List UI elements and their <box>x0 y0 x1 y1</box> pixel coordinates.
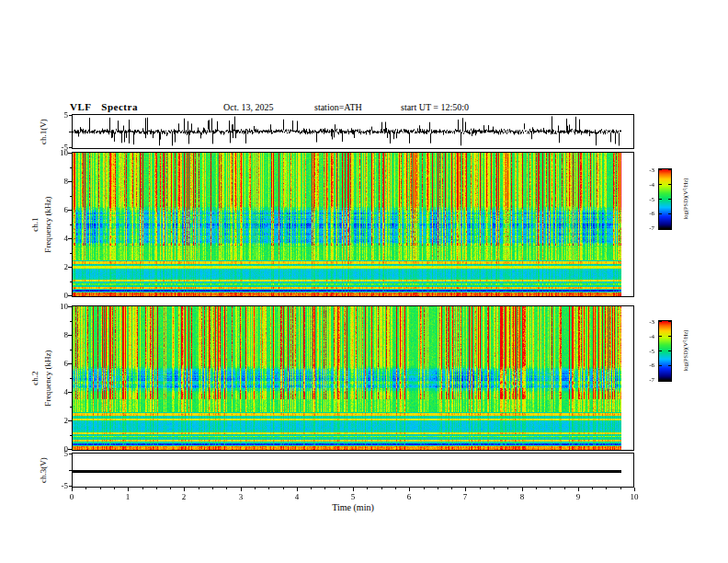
x-tick <box>465 488 466 491</box>
x-minor-tick <box>367 488 368 489</box>
y-tick <box>68 267 72 268</box>
colorbar-ch1 <box>658 168 672 230</box>
y-tick <box>68 181 72 182</box>
colorbar-tick-label: -6 <box>632 361 654 370</box>
colorbar-ch2 <box>658 320 672 382</box>
y-tick <box>68 295 72 296</box>
y-tick <box>68 449 72 450</box>
ch2-channel-label: ch.2 <box>30 364 40 392</box>
x-minor-tick <box>339 488 340 489</box>
ch2-spectrogram-plot <box>72 305 634 451</box>
x-minor-tick <box>395 488 396 489</box>
y-tick-label: 2 <box>48 416 68 425</box>
y-tick <box>70 407 72 408</box>
colorbar-ch1-label: log(PSD)(V²/Hz) <box>682 169 689 228</box>
x-tick <box>184 488 185 491</box>
x-tick-label: 3 <box>232 492 250 501</box>
y-tick-label: 6 <box>48 359 68 368</box>
x-tick <box>634 488 635 491</box>
x-minor-tick <box>507 488 508 489</box>
y-tick <box>69 454 72 454</box>
x-minor-tick <box>438 488 438 489</box>
y-tick <box>68 420 72 421</box>
y-tick-label: -5 <box>48 481 68 490</box>
y-tick-label: 0 <box>48 291 68 300</box>
vlf-spectra-figure: VLF Spectra Oct. 13, 2025 station=ATH st… <box>0 0 728 563</box>
y-tick <box>69 132 72 132</box>
figure-title: VLF Spectra <box>70 101 138 112</box>
x-minor-tick <box>564 488 565 489</box>
y-tick-label: 6 <box>48 205 68 214</box>
x-minor-tick <box>100 488 101 489</box>
y-tick <box>70 321 72 322</box>
y-tick-label: 8 <box>48 330 68 339</box>
x-tick-label: 5 <box>344 492 362 501</box>
colorbar-tick-label: -5 <box>632 195 654 204</box>
x-tick-label: 6 <box>400 492 418 501</box>
ch3-voltage-axis-label: ch.3(V) <box>39 452 48 488</box>
x-minor-tick <box>212 488 213 489</box>
x-minor-tick <box>311 488 312 489</box>
y-tick-label: 5 <box>48 449 68 458</box>
ch3-waveform-plot <box>72 453 634 488</box>
y-tick <box>68 210 72 211</box>
x-minor-tick <box>451 488 452 489</box>
x-tick-label: 2 <box>175 492 193 501</box>
x-tick-label: 4 <box>288 492 306 501</box>
y-tick <box>70 196 72 197</box>
colorbar-tick-label: -6 <box>632 209 654 218</box>
y-tick <box>68 335 72 336</box>
colorbar-tick-label: -3 <box>632 317 654 327</box>
x-tick-label: 1 <box>119 492 137 501</box>
y-tick <box>70 350 72 350</box>
colorbar-ch2-label: log(PSD)(V²/Hz) <box>682 321 689 380</box>
y-tick-label: -5 <box>48 143 68 152</box>
x-minor-tick <box>114 488 115 489</box>
x-minor-tick <box>536 488 537 489</box>
y-tick <box>70 167 72 168</box>
x-tick-label: 0 <box>63 492 81 501</box>
ch1-channel-label: ch.1 <box>30 211 40 238</box>
colorbar-tick-label: -4 <box>632 332 654 341</box>
x-tick-label: 10 <box>625 492 643 501</box>
colorbar-tick-label: -7 <box>632 375 654 385</box>
ch2-frequency-axis-label: Frequency (kHz) <box>43 337 52 419</box>
y-tick <box>68 392 72 393</box>
ch1-frequency-axis-label: Frequency (kHz) <box>43 183 52 266</box>
x-minor-tick <box>156 488 157 489</box>
colorbar-tick-label: -7 <box>632 224 654 233</box>
start-ut-label: start UT = 12:50:0 <box>401 102 469 112</box>
y-tick <box>68 238 72 239</box>
x-minor-tick <box>142 488 143 489</box>
x-minor-tick <box>550 488 551 489</box>
colorbar-tick-label: -3 <box>632 166 654 175</box>
x-tick-label: 8 <box>513 492 531 501</box>
x-tick <box>72 488 73 491</box>
y-tick <box>69 147 72 148</box>
colorbar-tick-label: -5 <box>632 347 654 356</box>
x-minor-tick <box>199 488 199 489</box>
x-tick <box>578 488 579 491</box>
x-minor-tick <box>424 488 425 489</box>
ch1-waveform-plot <box>72 114 634 149</box>
y-tick <box>68 363 72 364</box>
x-tick <box>522 488 523 491</box>
x-minor-tick <box>255 488 256 489</box>
x-minor-tick <box>606 488 607 489</box>
y-tick <box>69 115 72 116</box>
y-tick <box>70 378 72 379</box>
y-tick <box>69 470 72 471</box>
x-minor-tick <box>494 488 495 489</box>
x-minor-tick <box>170 488 171 489</box>
y-tick-label: 2 <box>48 262 68 271</box>
x-minor-tick <box>381 488 382 489</box>
x-minor-tick <box>480 488 481 489</box>
y-tick-label: 8 <box>48 177 68 186</box>
x-minor-tick <box>620 488 621 489</box>
time-axis-label: Time (min) <box>72 502 634 512</box>
x-minor-tick <box>324 488 325 489</box>
x-minor-tick <box>592 488 593 489</box>
x-minor-tick <box>226 488 227 489</box>
y-tick-label: 10 <box>48 302 68 311</box>
x-minor-tick <box>283 488 284 489</box>
